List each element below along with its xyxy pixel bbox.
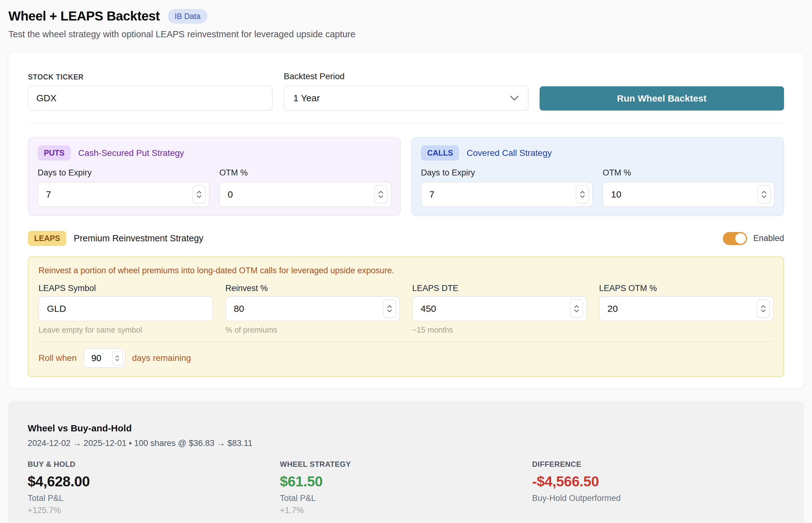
- metric-buy-hold: BUY & HOLD $4,628.00 Total P&L +125.7%: [28, 460, 280, 515]
- roll-days-stepper[interactable]: [112, 351, 123, 365]
- metric-label: WHEEL STRATEGY: [280, 460, 532, 469]
- puts-badge: PUTS: [38, 145, 71, 161]
- stepper-down-icon: [762, 195, 766, 198]
- stepper-up-icon: [115, 355, 119, 358]
- stepper-up-icon: [197, 191, 202, 194]
- leaps-badge: LEAPS: [28, 231, 66, 246]
- leaps-header-row: LEAPS Premium Reinvestment Strategy Enab…: [28, 231, 784, 246]
- leaps-otm-input[interactable]: [599, 296, 774, 321]
- metric-value: $61.50: [280, 473, 532, 490]
- puts-otm-wrap: [219, 182, 391, 207]
- calls-panel-header: CALLS Covered Call Strategy: [421, 145, 774, 161]
- stock-ticker-field: STOCK TICKER: [28, 73, 272, 111]
- chevron-down-icon: [510, 96, 519, 101]
- stepper-up-icon: [574, 305, 579, 308]
- page-header: Wheel + LEAPS Backtest IB Data Test the …: [8, 9, 804, 39]
- calls-fields: Days to Expiry OTM %: [421, 168, 774, 207]
- config-top-row: STOCK TICKER Backtest Period 1 Year Run …: [28, 71, 784, 111]
- metric-value: $4,628.00: [28, 473, 280, 490]
- results-card: Wheel vs Buy-and-Hold 2024-12-02 → 2025-…: [8, 401, 804, 523]
- leaps-roll-row: Roll when days remaining: [38, 348, 774, 368]
- calls-otm-stepper[interactable]: [758, 185, 771, 203]
- metric-value: -$4,566.50: [532, 473, 784, 490]
- calls-dte-wrap: [421, 182, 593, 207]
- leaps-otm-field: LEAPS OTM %: [599, 284, 774, 335]
- divider: [28, 123, 784, 123]
- stock-ticker-label: STOCK TICKER: [28, 73, 272, 82]
- stepper-down-icon: [115, 359, 119, 361]
- puts-otm-stepper[interactable]: [374, 185, 387, 203]
- leaps-dte-stepper[interactable]: [570, 300, 583, 318]
- stepper-down-icon: [197, 195, 202, 198]
- calls-dte-field: Days to Expiry: [421, 168, 593, 207]
- divider: [38, 341, 774, 342]
- roll-when-label: Roll when: [38, 353, 77, 363]
- calls-badge: CALLS: [421, 145, 459, 161]
- stepper-down-icon: [761, 309, 766, 312]
- puts-title: Cash-Secured Put Strategy: [78, 148, 184, 158]
- days-remaining-label: days remaining: [132, 353, 191, 363]
- puts-fields: Days to Expiry OTM %: [38, 168, 391, 207]
- calls-otm-input[interactable]: [602, 182, 774, 207]
- leaps-otm-hint: [599, 325, 774, 333]
- puts-dte-stepper[interactable]: [193, 185, 206, 203]
- puts-otm-label: OTM %: [219, 168, 391, 178]
- config-card: STOCK TICKER Backtest Period 1 Year Run …: [8, 52, 804, 389]
- puts-dte-field: Days to Expiry: [38, 168, 210, 207]
- leaps-symbol-field: LEAPS Symbol Leave empty for same symbol: [38, 284, 213, 335]
- stepper-up-icon: [762, 191, 766, 194]
- leaps-symbol-input[interactable]: [38, 296, 213, 321]
- backtest-period-value: 1 Year: [293, 93, 320, 104]
- leaps-dte-label: LEAPS DTE: [412, 284, 587, 293]
- metric-label: DIFFERENCE: [532, 460, 784, 469]
- leaps-dte-field: LEAPS DTE ~15 months: [412, 284, 587, 335]
- puts-dte-label: Days to Expiry: [38, 168, 210, 178]
- stepper-down-icon: [574, 309, 579, 312]
- calls-dte-input[interactable]: [421, 182, 593, 207]
- puts-dte-input[interactable]: [38, 182, 210, 207]
- puts-otm-input[interactable]: [219, 182, 391, 207]
- leaps-reinvest-input[interactable]: [225, 296, 400, 321]
- leaps-dte-input[interactable]: [412, 296, 587, 321]
- leaps-otm-wrap: [599, 296, 774, 321]
- calls-panel: CALLS Covered Call Strategy Days to Expi…: [411, 137, 784, 216]
- run-backtest-button[interactable]: Run Wheel Backtest: [540, 86, 784, 111]
- calls-dte-stepper[interactable]: [576, 185, 589, 203]
- stepper-down-icon: [387, 309, 392, 312]
- stepper-up-icon: [378, 191, 383, 194]
- leaps-otm-stepper[interactable]: [757, 300, 770, 318]
- leaps-dte-wrap: [412, 296, 587, 321]
- puts-otm-field: OTM %: [219, 168, 391, 207]
- run-button-cell: Run Wheel Backtest: [540, 86, 784, 111]
- leaps-reinvest-field: Reinvest % % of premiums: [225, 284, 400, 335]
- backtest-period-field: Backtest Period 1 Year: [284, 71, 528, 111]
- calls-title: Covered Call Strategy: [467, 148, 552, 158]
- results-title: Wheel vs Buy-and-Hold: [28, 423, 784, 434]
- calls-otm-field: OTM %: [602, 168, 774, 207]
- leaps-reinvest-wrap: [225, 296, 400, 321]
- backtest-period-select[interactable]: 1 Year: [284, 86, 528, 111]
- leaps-reinvest-stepper[interactable]: [383, 300, 396, 318]
- leaps-symbol-hint: Leave empty for same symbol: [38, 325, 213, 335]
- stepper-down-icon: [378, 195, 383, 198]
- metric-wheel-strategy: WHEEL STRATEGY $61.50 Total P&L +1.7%: [280, 460, 532, 515]
- stepper-down-icon: [580, 195, 585, 198]
- results-metrics: BUY & HOLD $4,628.00 Total P&L +125.7% W…: [28, 460, 784, 515]
- page-subtitle: Test the wheel strategy with optional LE…: [8, 29, 804, 39]
- leaps-fields: LEAPS Symbol Leave empty for same symbol…: [38, 284, 774, 335]
- leaps-otm-label: LEAPS OTM %: [599, 284, 774, 293]
- backtest-period-label: Backtest Period: [284, 71, 528, 82]
- stepper-up-icon: [580, 191, 585, 194]
- leaps-panel: Reinvest a portion of wheel premiums int…: [28, 256, 784, 377]
- stock-ticker-input[interactable]: [28, 86, 272, 111]
- ib-data-badge: IB Data: [168, 9, 207, 24]
- leaps-reinvest-label: Reinvest %: [225, 284, 400, 293]
- stepper-up-icon: [387, 305, 392, 308]
- title-row: Wheel + LEAPS Backtest IB Data: [8, 9, 804, 24]
- leaps-header-left: LEAPS Premium Reinvestment Strategy: [28, 231, 203, 246]
- puts-panel-header: PUTS Cash-Secured Put Strategy: [38, 145, 391, 161]
- leaps-description: Reinvest a portion of wheel premiums int…: [38, 266, 774, 275]
- leaps-reinvest-hint: % of premiums: [225, 325, 400, 335]
- leaps-title: Premium Reinvestment Strategy: [74, 233, 203, 244]
- leaps-enabled-toggle[interactable]: [723, 232, 747, 245]
